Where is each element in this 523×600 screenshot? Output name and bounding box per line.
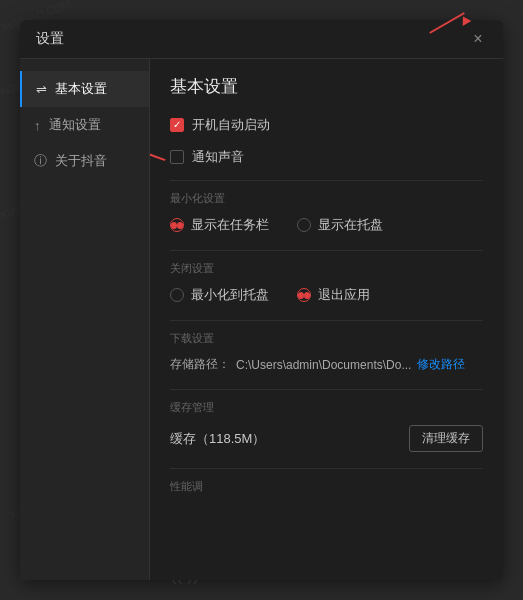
storage-path-row: 存储路径： C:\Users\admin\Documents\Do... 修改路… xyxy=(170,356,483,373)
notification-sound-row: 通知声音 xyxy=(170,148,483,166)
storage-path-value: C:\Users\admin\Documents\Do... xyxy=(236,358,411,372)
divider-2 xyxy=(170,250,483,251)
sidebar-item-notification[interactable]: ↑ 通知设置 xyxy=(20,107,149,143)
autostart-checkbox[interactable] xyxy=(170,118,184,132)
change-path-link[interactable]: 修改路径 xyxy=(417,356,465,373)
notification-settings-icon: ↑ xyxy=(34,118,41,133)
download-settings: 下载设置 存储路径： C:\Users\admin\Documents\Do..… xyxy=(170,331,483,373)
notification-sound-label: 通知声音 xyxy=(192,148,244,166)
about-icon: ⓘ xyxy=(34,152,47,170)
main-content: 基本设置 开机自动启动 通知声音 最小化设置 xyxy=(150,59,503,580)
minimize-radio-group: 显示在任务栏 显示在托盘 xyxy=(170,216,483,234)
settings-dialog: 设置 × ⇌ 基本设置 ↑ 通知设置 ⓘ 关于抖音 基本设置 xyxy=(20,20,503,580)
close-settings: 关闭设置 最小化到托盘 退出应用 xyxy=(170,261,483,304)
sidebar-item-about-label: 关于抖音 xyxy=(55,152,107,170)
sidebar: ⇌ 基本设置 ↑ 通知设置 ⓘ 关于抖音 xyxy=(20,59,150,580)
cache-management: 缓存管理 缓存（118.5M） 清理缓存 xyxy=(170,400,483,452)
minimize-taskbar-option[interactable]: 显示在任务栏 xyxy=(170,216,269,234)
notification-sound-checkbox[interactable] xyxy=(170,150,184,164)
performance-section-label: 性能调 xyxy=(170,479,483,494)
dialog-header: 设置 × xyxy=(20,20,503,59)
divider-5 xyxy=(170,468,483,469)
minimize-tray-option[interactable]: 显示在托盘 xyxy=(297,216,383,234)
sidebar-item-about[interactable]: ⓘ 关于抖音 xyxy=(20,143,149,179)
cache-size-label: 缓存（118.5M） xyxy=(170,430,265,448)
close-minimize-tray-radio[interactable] xyxy=(170,288,184,302)
autostart-row: 开机自动启动 xyxy=(170,116,483,134)
divider-3 xyxy=(170,320,483,321)
cache-section-label: 缓存管理 xyxy=(170,400,483,415)
close-exit-app-label: 退出应用 xyxy=(318,286,370,304)
minimize-tray-label: 显示在托盘 xyxy=(318,216,383,234)
close-minimize-tray-label: 最小化到托盘 xyxy=(191,286,269,304)
cache-row: 缓存（118.5M） 清理缓存 xyxy=(170,425,483,452)
minimize-settings: 最小化设置 显示在任务栏 显示在托盘 xyxy=(170,191,483,234)
clear-cache-button[interactable]: 清理缓存 xyxy=(409,425,483,452)
minimize-taskbar-label: 显示在任务栏 xyxy=(191,216,269,234)
sidebar-item-basic-label: 基本设置 xyxy=(55,80,107,98)
close-button[interactable]: × xyxy=(469,30,487,48)
minimize-taskbar-radio[interactable] xyxy=(170,218,184,232)
storage-path-label: 存储路径： xyxy=(170,356,230,373)
download-section-label: 下载设置 xyxy=(170,331,483,346)
divider-1 xyxy=(170,180,483,181)
minimize-section-label: 最小化设置 xyxy=(170,191,483,206)
sidebar-item-basic[interactable]: ⇌ 基本设置 xyxy=(20,71,149,107)
close-exit-app-radio[interactable] xyxy=(297,288,311,302)
close-minimize-tray-option[interactable]: 最小化到托盘 xyxy=(170,286,269,304)
dialog-body: ⇌ 基本设置 ↑ 通知设置 ⓘ 关于抖音 基本设置 开机自动启动 xyxy=(20,59,503,580)
close-radio-group: 最小化到托盘 退出应用 xyxy=(170,286,483,304)
basic-settings-icon: ⇌ xyxy=(36,82,47,97)
page-title: 基本设置 xyxy=(170,75,483,98)
close-exit-app-option[interactable]: 退出应用 xyxy=(297,286,370,304)
minimize-tray-radio[interactable] xyxy=(297,218,311,232)
dialog-title: 设置 xyxy=(36,30,64,48)
sidebar-item-notification-label: 通知设置 xyxy=(49,116,101,134)
autostart-label: 开机自动启动 xyxy=(192,116,270,134)
divider-4 xyxy=(170,389,483,390)
close-section-label: 关闭设置 xyxy=(170,261,483,276)
